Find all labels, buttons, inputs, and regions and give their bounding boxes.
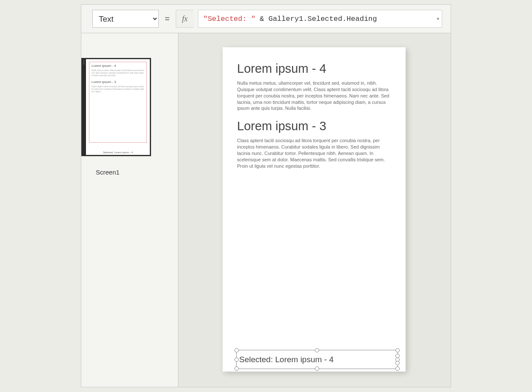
resize-handle[interactable] [235,366,239,371]
resize-handle[interactable] [315,366,319,371]
resize-handle[interactable] [235,348,239,352]
formula-text: "Selected: " & Gallery1.Selected.Heading [203,15,377,23]
equals-sign: = [163,14,172,24]
gallery-item-body: Class aptent taciti sociosqu ad litora t… [237,137,391,169]
powerapps-studio-frame: Text = fx "Selected: " & Gallery1.Select… [81,4,451,387]
screen-thumbnail[interactable]: Lorem ipsum - 4 Nulla metus metus ullamc… [81,58,151,156]
fx-icon[interactable]: fx [176,10,194,28]
canvas-area: Lorem ipsum - 4 Nulla metus metus, ullam… [178,33,451,387]
screen-name-label[interactable]: Screen1 [96,169,120,176]
gallery-item[interactable]: Lorem ipsum - 4 Nulla metus metus, ullam… [237,62,391,112]
formula-input[interactable]: "Selected: " & Gallery1.Selected.Heading… [198,10,442,28]
selected-label-control[interactable]: Selected: Lorem ipsum - 4 [236,350,398,369]
property-selector[interactable]: Text [92,10,159,28]
formula-bar: Text = fx "Selected: " & Gallery1.Select… [81,5,451,33]
thumbnail-preview: Lorem ipsum - 4 Nulla metus metus ullamc… [86,59,150,155]
app-screen-canvas[interactable]: Lorem ipsum - 4 Nulla metus metus, ullam… [223,47,406,372]
thumbnail-grip [82,58,86,156]
left-panel: Lorem ipsum - 4 Nulla metus metus ullamc… [81,33,178,387]
gallery-item-heading: Lorem ipsum - 4 [237,62,391,76]
resize-handle[interactable] [395,348,400,352]
resize-handle[interactable] [395,366,400,371]
resize-handle[interactable] [395,361,400,365]
resize-handle[interactable] [315,348,319,352]
resize-handle[interactable] [235,358,239,362]
gallery-item-body: Nulla metus metus, ullamcorper vel, tinc… [237,80,391,112]
expand-formula-icon[interactable]: ▾ [437,16,439,22]
gallery-item[interactable]: Lorem ipsum - 3 Class aptent taciti soci… [237,119,391,169]
gallery-item-heading: Lorem ipsum - 3 [237,119,391,133]
selected-label-text: Selected: Lorem ipsum - 4 [239,355,334,364]
